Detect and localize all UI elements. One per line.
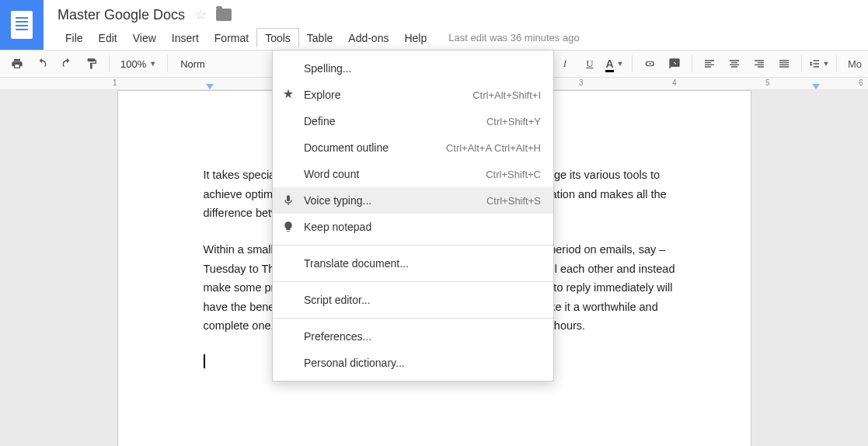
menu-item-shortcut: Ctrl+Alt+A Ctrl+Alt+H bbox=[446, 142, 541, 154]
tools-dropdown: Spelling... Explore Ctrl+Alt+Shift+I Def… bbox=[272, 50, 554, 382]
menubar: File Edit View Insert Format Tools Table… bbox=[58, 28, 868, 47]
print-button[interactable] bbox=[6, 54, 28, 74]
menu-item-shortcut: Ctrl+Shift+C bbox=[486, 169, 541, 180]
menu-item-document-outline[interactable]: Document outline Ctrl+Alt+A Ctrl+Alt+H bbox=[273, 134, 553, 161]
menu-item-label: Voice typing... bbox=[304, 194, 479, 207]
star-icon[interactable]: ☆ bbox=[194, 6, 207, 23]
menu-edit[interactable]: Edit bbox=[91, 29, 125, 47]
menu-table[interactable]: Table bbox=[299, 29, 340, 47]
docs-icon bbox=[11, 11, 33, 39]
align-left-button[interactable] bbox=[699, 54, 720, 74]
indent-marker-left[interactable] bbox=[206, 84, 214, 89]
folder-icon[interactable] bbox=[216, 9, 232, 21]
chevron-down-icon: ▼ bbox=[617, 60, 624, 68]
menu-item-script-editor[interactable]: Script editor... bbox=[273, 287, 553, 313]
menu-item-word-count[interactable]: Word count Ctrl+Shift+C bbox=[273, 161, 553, 187]
app-logo[interactable] bbox=[0, 0, 44, 50]
menu-item-translate[interactable]: Translate document... bbox=[273, 250, 553, 277]
menu-item-label: Translate document... bbox=[304, 257, 541, 270]
align-right-button[interactable] bbox=[748, 54, 770, 74]
blank-icon bbox=[281, 292, 296, 308]
chevron-down-icon: ▼ bbox=[822, 60, 829, 68]
align-center-button[interactable] bbox=[723, 54, 745, 74]
menu-item-label: Explore bbox=[304, 89, 465, 101]
menu-separator bbox=[273, 281, 553, 282]
menu-item-label: Preferences... bbox=[304, 330, 541, 343]
blank-icon bbox=[281, 256, 296, 271]
menu-addons[interactable]: Add-ons bbox=[340, 29, 396, 47]
underline-button[interactable]: U bbox=[579, 54, 601, 74]
ruler-mark: 6 bbox=[859, 78, 863, 87]
zoom-select[interactable]: 100% ▼ bbox=[116, 58, 161, 70]
italic-button[interactable]: I bbox=[554, 54, 576, 74]
blank-icon bbox=[281, 61, 296, 76]
ruler-mark: 3 bbox=[579, 78, 584, 87]
blank-icon bbox=[281, 329, 296, 344]
text-color-A: A bbox=[605, 57, 613, 70]
menu-item-label: Personal dictionary... bbox=[304, 357, 541, 369]
blank-icon bbox=[281, 140, 296, 155]
menu-item-label: Document outline bbox=[304, 141, 438, 154]
menu-item-shortcut: Ctrl+Alt+Shift+I bbox=[472, 89, 541, 101]
menu-view[interactable]: View bbox=[125, 29, 164, 47]
menu-item-label: Script editor... bbox=[304, 294, 541, 306]
zoom-value: 100% bbox=[120, 58, 146, 70]
line-spacing-button[interactable]: ▼ bbox=[808, 54, 830, 74]
microphone-icon bbox=[281, 193, 296, 208]
blank-icon bbox=[281, 166, 296, 182]
redo-button[interactable] bbox=[56, 54, 78, 74]
ruler-mark: 4 bbox=[672, 78, 677, 87]
menu-item-label: Word count bbox=[304, 168, 478, 180]
lightbulb-icon bbox=[281, 219, 296, 235]
undo-button[interactable] bbox=[31, 54, 53, 74]
menu-help[interactable]: Help bbox=[396, 29, 434, 47]
ruler-mark: 5 bbox=[765, 78, 770, 87]
chevron-down-icon: ▼ bbox=[149, 60, 156, 68]
indent-marker-right[interactable] bbox=[812, 84, 820, 89]
explore-icon bbox=[281, 87, 296, 103]
blank-icon bbox=[281, 113, 296, 129]
blank-icon bbox=[281, 355, 296, 371]
menu-item-spelling[interactable]: Spelling... bbox=[273, 55, 553, 82]
paint-format-button[interactable] bbox=[81, 54, 103, 74]
menu-separator bbox=[273, 318, 553, 319]
align-justify-button[interactable] bbox=[773, 54, 795, 74]
menu-item-voice-typing[interactable]: Voice typing... Ctrl+Shift+S bbox=[273, 187, 553, 214]
menu-tools[interactable]: Tools bbox=[256, 28, 299, 47]
text-color-button[interactable]: A ▼ bbox=[604, 54, 626, 74]
menu-separator bbox=[273, 245, 553, 246]
style-value: Norm bbox=[180, 58, 205, 70]
menu-item-explore[interactable]: Explore Ctrl+Alt+Shift+I bbox=[273, 82, 553, 108]
menu-file[interactable]: File bbox=[58, 29, 91, 47]
more-button[interactable]: Mo bbox=[843, 58, 862, 70]
menu-item-label: Keep notepad bbox=[304, 221, 541, 233]
menu-format[interactable]: Format bbox=[207, 29, 256, 47]
menu-item-define[interactable]: Define Ctrl+Shift+Y bbox=[273, 108, 553, 134]
ruler-mark: 1 bbox=[113, 78, 117, 87]
menu-item-label: Spelling... bbox=[304, 62, 541, 75]
menu-item-shortcut: Ctrl+Shift+Y bbox=[486, 116, 541, 127]
menu-item-personal-dictionary[interactable]: Personal dictionary... bbox=[273, 350, 553, 376]
insert-comment-button[interactable] bbox=[664, 54, 685, 74]
menu-item-label: Define bbox=[304, 115, 479, 127]
menu-item-preferences[interactable]: Preferences... bbox=[273, 323, 553, 350]
last-edit-status[interactable]: Last edit was 36 minutes ago bbox=[448, 32, 579, 44]
insert-link-button[interactable] bbox=[639, 54, 661, 74]
menu-item-keep-notepad[interactable]: Keep notepad bbox=[273, 214, 553, 240]
doc-title[interactable]: Master Google Docs bbox=[58, 7, 185, 23]
paragraph-style-select[interactable]: Norm bbox=[174, 58, 213, 70]
menu-insert[interactable]: Insert bbox=[164, 29, 207, 47]
menu-item-shortcut: Ctrl+Shift+S bbox=[486, 195, 541, 207]
